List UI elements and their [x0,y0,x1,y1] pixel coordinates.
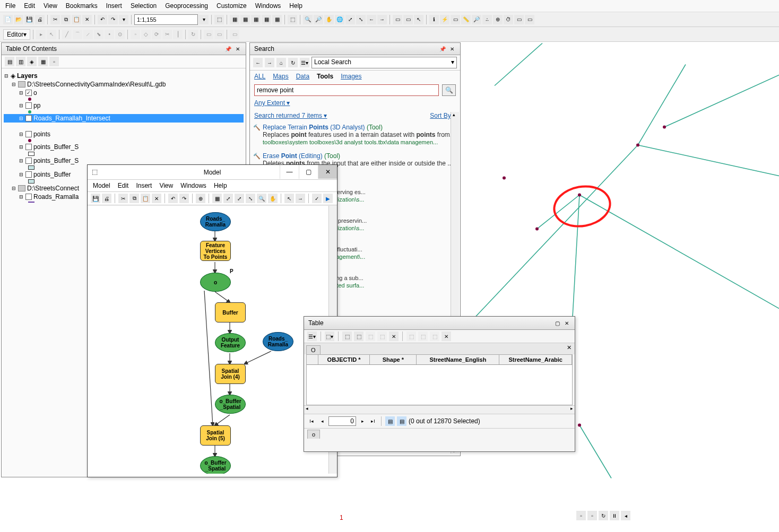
delete-selected-icon[interactable]: ✕ [389,332,399,341]
last-record-icon[interactable]: ▸I [369,417,377,425]
list-by-source-icon[interactable]: ▥ [16,57,25,66]
auto-layout-icon[interactable]: ▦ [212,194,222,203]
col-streetname-en[interactable]: StreetName_English [417,355,499,364]
goto-xy-icon[interactable]: ⊕ [493,15,503,24]
expander-icon[interactable]: ⊟ [19,90,24,95]
layer-buffer-s1[interactable]: points_Buffer_S [33,143,79,151]
model-node-sj4[interactable]: Spatial Join (4) [215,364,246,384]
model-canvas[interactable]: Roads_ Ramalla Feature Vertices To Point… [88,205,337,474]
pan-icon[interactable]: ✋ [268,194,278,203]
table-grid[interactable]: OBJECTID * Shape * StreetName_English St… [306,354,573,405]
row-selector-header[interactable] [307,355,318,364]
tab-data[interactable]: Data [296,73,309,80]
expander-icon[interactable]: ⊟ [19,132,24,137]
layer-o[interactable]: o [33,89,37,97]
hyperlink-icon[interactable]: ⚡ [440,15,449,24]
expander-icon[interactable]: ⊟ [19,116,24,121]
list-by-selection-icon[interactable]: ▦ [38,57,48,66]
point-icon[interactable]: ▫ [131,30,140,39]
table-tab-o[interactable]: O [306,345,321,354]
model-node-o[interactable]: o [200,273,231,292]
scale-dropdown-icon[interactable]: ▾ [199,15,209,24]
search-returned[interactable]: Search returned 7 items ▾ [254,112,327,119]
switch-selection-icon[interactable]: ⬚ [354,332,363,341]
full-extent-icon[interactable]: 🌐 [335,15,344,24]
menu-view[interactable]: View [44,2,57,10]
tab-images[interactable]: Images [341,73,361,80]
list-by-visibility-icon[interactable]: ◈ [27,57,37,66]
forward-icon[interactable]: → [265,58,274,67]
model-menu-help[interactable]: Help [214,182,227,189]
search-icon[interactable]: ▦ [251,15,261,24]
table-options-icon[interactable]: ☰▾ [307,332,317,341]
edit-annotation-icon[interactable]: ↖ [47,30,56,39]
layer-checkbox[interactable] [25,194,32,200]
model-menu-insert[interactable]: Insert [136,182,152,189]
model-node-output[interactable]: Output Feature [215,333,246,352]
layer-roads-ramalla[interactable]: Roads_Ramalla [33,193,79,200]
col-objectid[interactable]: OBJECTID * [318,355,370,364]
close-icon[interactable]: ✕ [318,165,337,179]
model-node-buffer[interactable]: Buffer [215,302,246,322]
model-node-roads[interactable]: Roads_ Ramalla [200,212,231,231]
search-scope-combo[interactable]: Local Search ▾ [311,57,457,68]
related-tables-icon[interactable]: ⬚▾ [325,332,334,341]
cut-icon[interactable]: ✂ [50,15,60,24]
col-streetname-ar[interactable]: StreetName_Arabic [499,355,572,364]
straight-segment-icon[interactable]: ╱ [62,30,72,39]
model-menu-model[interactable]: Model [93,182,110,189]
paste-icon[interactable]: 📋 [72,15,81,24]
forward-icon[interactable]: → [377,15,387,24]
expander-icon[interactable]: ⊟ [4,73,9,79]
fixed-zoom-out-icon[interactable]: ⤡ [356,15,366,24]
layout-view-icon[interactable]: ▫ [587,511,597,520]
expander-icon[interactable]: ⊟ [19,144,24,150]
clear-selection-icon[interactable]: ▭ [403,15,413,24]
new-icon[interactable]: 📄 [3,15,13,24]
find-route-icon[interactable]: ⛬ [482,15,492,24]
identify-icon[interactable]: ℹ [429,15,439,24]
options-icon[interactable]: ▫ [49,57,59,66]
col-shape[interactable]: Shape * [370,355,417,364]
copy-icon[interactable]: ⧉ [129,194,139,203]
next-record-icon[interactable]: ▸ [358,417,367,425]
undo-icon[interactable]: ↶ [98,15,107,24]
layer-checkbox[interactable] [25,171,32,178]
pause-icon[interactable]: ⏸ [610,511,619,520]
save-icon[interactable]: 💾 [91,194,100,203]
zoom-out-icon[interactable]: 🔎 [314,15,323,24]
save-icon[interactable]: 💾 [24,15,34,24]
pin-icon[interactable]: 📌 [439,45,446,53]
minimize-icon[interactable]: — [280,165,299,179]
layer-checkbox[interactable] [25,158,32,164]
pin-icon[interactable]: 📌 [224,45,232,53]
window-icon[interactable]: ▭ [514,15,524,24]
search-button[interactable]: 🔍 [442,84,456,96]
tab-maps[interactable]: Maps [273,73,288,80]
layer-points[interactable]: points [33,130,50,138]
menu-windows[interactable]: Windows [255,2,281,10]
prev-record-icon[interactable]: ◂ [318,417,326,425]
zoom-in-icon[interactable]: 🔍 [303,15,313,24]
close-icon[interactable]: ✕ [563,319,570,327]
zoom-in-icon[interactable]: ⤢ [235,194,244,203]
expander-icon[interactable]: ⊟ [19,158,24,163]
model-node-obs2[interactable]: o_Buffer _Spatial [200,456,231,474]
collapse-icon[interactable]: ◂ [621,511,630,520]
right-angle-icon[interactable]: ⬊ [94,30,103,39]
edit-vertices-icon[interactable]: ◇ [141,30,151,39]
validate-icon[interactable]: ✓ [312,194,322,203]
zoom-out-icon[interactable]: ⤡ [246,194,255,203]
select-features-icon[interactable]: ▭ [393,15,402,24]
expander-icon[interactable]: ⊟ [19,172,24,177]
arc-segment-icon[interactable]: ⌒ [73,30,82,39]
find-icon[interactable]: 🔎 [472,15,481,24]
clear-selection-icon[interactable]: ⬚ [366,332,375,341]
attributes-icon[interactable]: ▭ [204,30,213,39]
model-menu-edit[interactable]: Edit [118,182,129,189]
toolbox-icon[interactable]: ▦ [262,15,271,24]
menu-customize[interactable]: Customize [217,2,247,10]
model-node-fvtp[interactable]: Feature Vertices To Points [200,241,231,261]
expander-icon[interactable]: ⊟ [11,82,16,87]
midpoint-icon[interactable]: • [105,30,114,39]
